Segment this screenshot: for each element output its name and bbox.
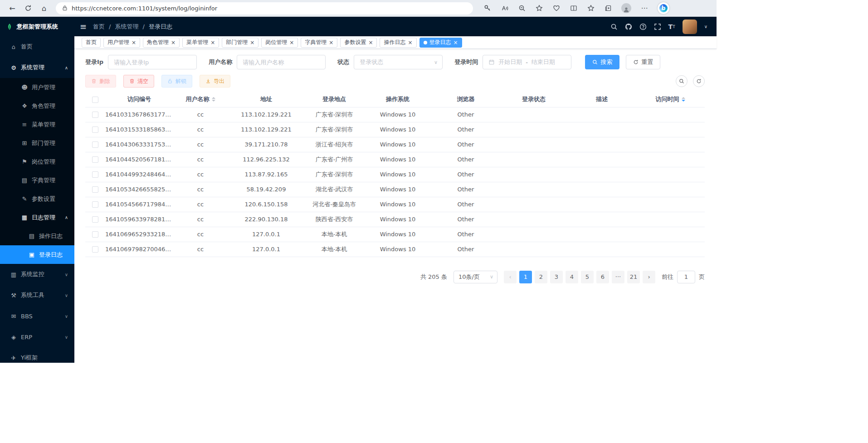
- favorites-add-icon[interactable]: [535, 4, 543, 12]
- page-size-select[interactable]: 10条/页 ∨: [454, 271, 497, 283]
- more-menu-icon[interactable]: ⋯: [640, 4, 649, 12]
- browser-profile-avatar[interactable]: [621, 3, 631, 13]
- close-icon[interactable]: ×: [132, 40, 136, 45]
- page-button[interactable]: 3: [550, 271, 563, 283]
- page-button[interactable]: 6: [596, 271, 609, 283]
- sort-carets[interactable]: [212, 95, 215, 103]
- tab[interactable]: 岗位管理 ×: [261, 38, 298, 48]
- status-select[interactable]: 登录状态 ∨: [354, 55, 443, 69]
- lock-icon[interactable]: [62, 5, 68, 11]
- page-button[interactable]: 4: [566, 271, 578, 283]
- sidebar-item[interactable]: ⚑ 岗位管理: [0, 152, 74, 171]
- toggle-search-button[interactable]: [676, 75, 688, 87]
- password-key-icon[interactable]: [483, 4, 492, 12]
- sidebar-item[interactable]: ▤ 字典管理: [0, 171, 74, 190]
- close-icon[interactable]: ×: [171, 40, 176, 45]
- tab[interactable]: 用户管理 ×: [103, 38, 140, 48]
- tab[interactable]: 登录日志 ×: [419, 38, 462, 48]
- sidebar-item[interactable]: ⚙ 系统管理 ∧: [0, 57, 74, 78]
- user-name-input[interactable]: [237, 55, 326, 69]
- sidebar-item[interactable]: ✎ 参数设置: [0, 190, 74, 208]
- split-screen-icon[interactable]: [570, 4, 578, 12]
- app-logo[interactable]: 意框架管理系统: [0, 17, 74, 36]
- date-range-picker[interactable]: 开始日期 - 结束日期: [483, 55, 571, 69]
- col-visit-time[interactable]: 访问时间: [636, 92, 705, 107]
- sidebar-item[interactable]: ≡ 菜单管理: [0, 115, 74, 134]
- sidebar-item[interactable]: ▦ 日志管理 ∧: [0, 208, 74, 227]
- row-checkbox[interactable]: [92, 112, 98, 118]
- sidebar-item[interactable]: ☻ 用户管理: [0, 78, 74, 97]
- sidebar-item[interactable]: ⊞ 部门管理: [0, 134, 74, 152]
- user-avatar[interactable]: [683, 19, 697, 34]
- breadcrumb-item-home[interactable]: 首页: [93, 23, 105, 31]
- goto-page-input[interactable]: [677, 271, 695, 283]
- close-icon[interactable]: ×: [250, 40, 254, 45]
- sidebar-item[interactable]: ▤ 操作日志: [0, 227, 74, 245]
- col-user-name[interactable]: 用户名称: [173, 92, 228, 107]
- close-icon[interactable]: ×: [210, 40, 215, 45]
- sort-carets[interactable]: [682, 95, 685, 103]
- search-button[interactable]: 搜索: [585, 55, 619, 69]
- collections-icon[interactable]: [604, 4, 612, 12]
- page-button[interactable]: 21: [627, 271, 640, 283]
- favorites-bar-icon[interactable]: [587, 4, 595, 12]
- copilot-icon[interactable]: b: [658, 2, 669, 14]
- row-checkbox[interactable]: [92, 141, 98, 148]
- delete-button[interactable]: 删除: [85, 75, 116, 88]
- help-icon[interactable]: [639, 23, 647, 30]
- prev-page-button[interactable]: ‹: [504, 271, 517, 283]
- search-icon[interactable]: [610, 23, 618, 30]
- export-button[interactable]: 导出: [200, 75, 230, 88]
- tab[interactable]: 角色管理 ×: [143, 38, 180, 48]
- breadcrumb-item-system[interactable]: 系统管理: [115, 23, 138, 31]
- fullscreen-icon[interactable]: [654, 23, 661, 30]
- unlock-button[interactable]: 解锁: [161, 75, 192, 88]
- sidebar-item[interactable]: ◈ ERP ∨: [0, 326, 74, 347]
- end-date-placeholder[interactable]: 结束日期: [532, 58, 555, 66]
- sidebar-item[interactable]: ✉ BBS ∨: [0, 306, 74, 326]
- clear-button[interactable]: 清空: [123, 75, 154, 88]
- caret-down-icon[interactable]: ∨: [704, 24, 707, 29]
- address-bar[interactable]: https://ccnetcore.com:1101/system/log/lo…: [56, 2, 473, 15]
- page-button[interactable]: ···: [612, 271, 624, 283]
- row-checkbox[interactable]: [92, 127, 98, 133]
- row-checkbox[interactable]: [92, 246, 98, 253]
- next-page-button[interactable]: ›: [643, 271, 655, 283]
- tab[interactable]: 参数设置 ×: [340, 38, 377, 48]
- page-button[interactable]: 2: [535, 271, 547, 283]
- tab[interactable]: 操作日志 ×: [380, 38, 416, 48]
- sidebar-item[interactable]: ▥ 系统监控 ∨: [0, 264, 74, 285]
- tab[interactable]: 菜单管理 ×: [182, 38, 219, 48]
- start-date-placeholder[interactable]: 开始日期: [498, 58, 522, 66]
- row-checkbox[interactable]: [92, 216, 98, 223]
- read-aloud-icon[interactable]: [501, 4, 509, 12]
- row-checkbox[interactable]: [92, 171, 98, 178]
- close-icon[interactable]: ×: [454, 40, 458, 45]
- url-text[interactable]: https://ccnetcore.com:1101/system/log/lo…: [72, 5, 217, 12]
- sidebar-item[interactable]: ⚒ 系统工具 ∨: [0, 285, 74, 306]
- sidebar-item[interactable]: ⌂ 首页: [0, 36, 74, 57]
- close-icon[interactable]: ×: [329, 40, 333, 45]
- refresh-icon[interactable]: [22, 2, 34, 14]
- close-icon[interactable]: ×: [289, 40, 294, 45]
- page-button[interactable]: 5: [581, 271, 594, 283]
- tab[interactable]: 首页 ×: [82, 38, 101, 48]
- refresh-table-button[interactable]: [693, 75, 705, 87]
- sidebar-item[interactable]: ▣ 登录日志: [0, 245, 74, 264]
- font-size-icon[interactable]: TT: [668, 23, 675, 30]
- browser-essentials-icon[interactable]: [552, 4, 561, 12]
- sidebar-item[interactable]: ❖ 角色管理: [0, 97, 74, 115]
- reset-button[interactable]: 重置: [626, 55, 660, 69]
- home-icon[interactable]: ⌂: [38, 2, 50, 14]
- zoom-out-icon[interactable]: [518, 4, 526, 12]
- collapse-sidebar-icon[interactable]: ≡: [80, 22, 87, 31]
- row-checkbox[interactable]: [92, 201, 98, 208]
- sidebar-item[interactable]: ✈ Yi框架: [0, 347, 74, 363]
- tab[interactable]: 部门管理 ×: [222, 38, 258, 48]
- login-ip-input[interactable]: [108, 55, 197, 69]
- row-checkbox[interactable]: [92, 156, 98, 163]
- back-icon[interactable]: ←: [6, 2, 18, 14]
- select-all-checkbox[interactable]: [92, 97, 98, 103]
- row-checkbox[interactable]: [92, 231, 98, 238]
- tab[interactable]: 字典管理 ×: [301, 38, 337, 48]
